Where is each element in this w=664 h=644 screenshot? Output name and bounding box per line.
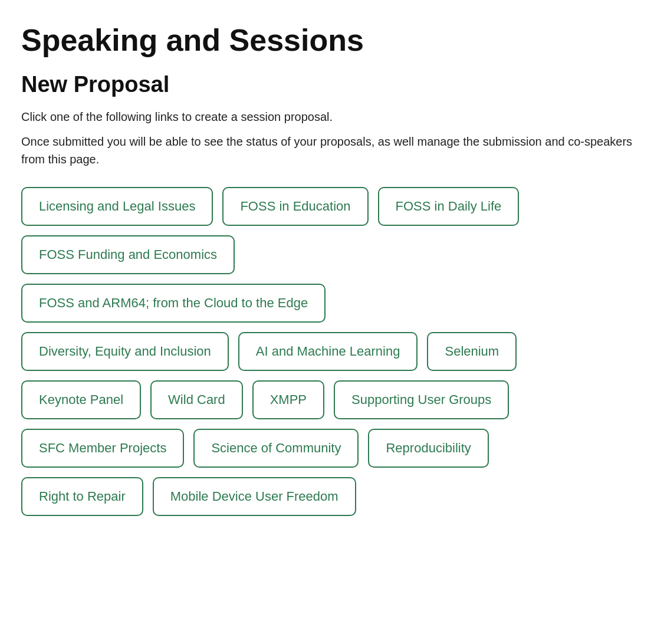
topic-button-diversity-equity-inclusion[interactable]: Diversity, Equity and Inclusion: [21, 332, 229, 371]
description-1: Click one of the following links to crea…: [21, 108, 643, 126]
button-row-6: Right to RepairMobile Device User Freedo…: [21, 477, 643, 516]
section-title: New Proposal: [21, 71, 643, 98]
page-title: Speaking and Sessions: [21, 24, 643, 57]
topic-button-xmpp[interactable]: XMPP: [252, 380, 324, 419]
topic-button-selenium[interactable]: Selenium: [427, 332, 517, 371]
topic-button-supporting-user-groups[interactable]: Supporting User Groups: [334, 380, 509, 419]
button-row-1: FOSS Funding and Economics: [21, 235, 643, 274]
topic-button-sfc-member-projects[interactable]: SFC Member Projects: [21, 429, 184, 468]
topic-button-foss-in-daily-life[interactable]: FOSS in Daily Life: [378, 187, 520, 226]
topic-button-science-of-community[interactable]: Science of Community: [193, 429, 359, 468]
button-row-5: SFC Member ProjectsScience of CommunityR…: [21, 429, 643, 468]
topic-button-keynote-panel[interactable]: Keynote Panel: [21, 380, 141, 419]
button-row-4: Keynote PanelWild CardXMPPSupporting Use…: [21, 380, 643, 419]
topic-button-ai-machine-learning[interactable]: AI and Machine Learning: [238, 332, 418, 371]
topic-button-foss-in-education[interactable]: FOSS in Education: [222, 187, 368, 226]
button-row-2: FOSS and ARM64; from the Cloud to the Ed…: [21, 284, 643, 323]
topic-button-licensing-legal-issues[interactable]: Licensing and Legal Issues: [21, 187, 213, 226]
button-row-3: Diversity, Equity and InclusionAI and Ma…: [21, 332, 643, 371]
topic-button-foss-arm64[interactable]: FOSS and ARM64; from the Cloud to the Ed…: [21, 284, 326, 323]
topic-buttons-container: Licensing and Legal IssuesFOSS in Educat…: [21, 187, 643, 516]
topic-button-foss-funding-economics[interactable]: FOSS Funding and Economics: [21, 235, 235, 274]
topic-button-wild-card[interactable]: Wild Card: [150, 380, 243, 419]
description-2: Once submitted you will be able to see t…: [21, 133, 643, 168]
topic-button-right-to-repair[interactable]: Right to Repair: [21, 477, 143, 516]
button-row-0: Licensing and Legal IssuesFOSS in Educat…: [21, 187, 643, 226]
topic-button-reproducibility[interactable]: Reproducibility: [368, 429, 488, 468]
topic-button-mobile-device-user-freedom[interactable]: Mobile Device User Freedom: [153, 477, 356, 516]
